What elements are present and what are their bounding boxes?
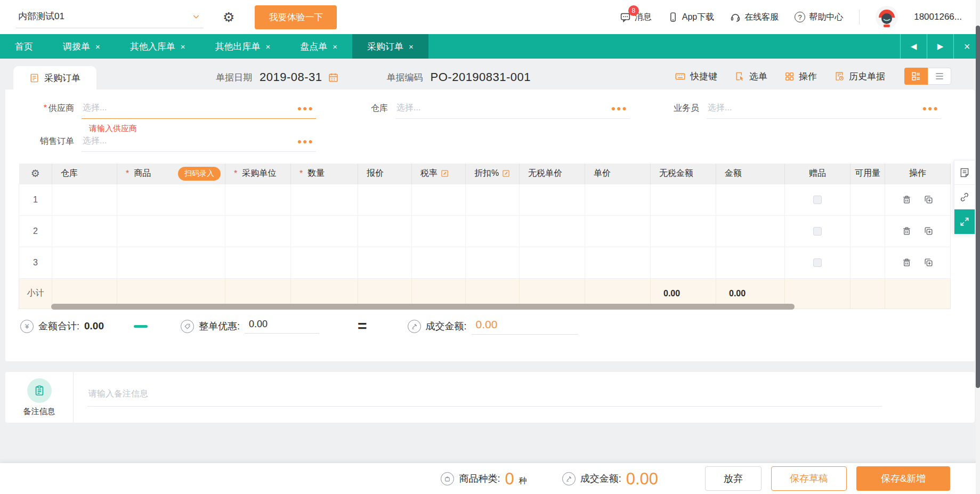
expand-tool-button[interactable]: [954, 209, 975, 234]
cell-product[interactable]: [117, 215, 225, 247]
calendar-icon[interactable]: [328, 72, 339, 83]
supplier-browse-button[interactable]: ●●●: [297, 104, 314, 112]
cell-tax-free-price[interactable]: [520, 247, 585, 278]
online-service-menu[interactable]: 在线客服: [730, 12, 779, 23]
save-draft-button[interactable]: 保存草稿: [771, 466, 847, 491]
tabs-scroll-left-button[interactable]: ◀: [900, 34, 927, 59]
note-tool-button[interactable]: [954, 160, 975, 185]
cell-quantity[interactable]: [291, 247, 358, 278]
copy-row-icon[interactable]: [924, 195, 934, 205]
link-tool-button[interactable]: [954, 185, 975, 209]
cell-unit-price[interactable]: [585, 247, 651, 278]
trial-button[interactable]: 我要体验一下: [255, 5, 337, 29]
cell-discount[interactable]: [466, 247, 520, 278]
tab-close-icon[interactable]: ×: [266, 42, 271, 51]
company-select[interactable]: 内部测试01: [16, 6, 204, 28]
cell-unit[interactable]: [225, 184, 291, 215]
cell-tax-rate[interactable]: [412, 247, 466, 278]
purchase-order-doc-tab[interactable]: 采购订单: [13, 66, 96, 90]
sales-order-select[interactable]: 选择... ●●●: [82, 135, 316, 152]
headset-icon: [730, 12, 741, 22]
cell-quantity[interactable]: [291, 184, 358, 215]
edit-icon[interactable]: [441, 169, 449, 177]
cell-amount[interactable]: [716, 184, 785, 215]
help-center-menu[interactable]: ? 帮助中心: [795, 12, 843, 23]
cell-unit-price[interactable]: [585, 215, 651, 247]
cell-tax-free-amount[interactable]: [651, 247, 716, 278]
deal-amount-input[interactable]: 0.00: [472, 318, 578, 335]
cell-product[interactable]: [117, 247, 225, 278]
cell-unit[interactable]: [225, 247, 291, 278]
tab-other-inbound[interactable]: 其他入库单 ×: [115, 34, 200, 59]
cell-amount[interactable]: [716, 247, 785, 278]
shortcut-keys-button[interactable]: 快捷键: [675, 70, 717, 83]
warehouse-select[interactable]: 选择... ●●●: [395, 102, 630, 119]
detail-view-toggle[interactable]: [904, 68, 928, 85]
avatar[interactable]: [876, 6, 898, 28]
simple-view-toggle[interactable]: [928, 68, 951, 85]
copy-row-icon[interactable]: [924, 226, 934, 236]
cell-discount[interactable]: [466, 184, 520, 215]
cell-tax-free-amount[interactable]: [651, 184, 716, 215]
settings-gear-icon[interactable]: ⚙: [223, 11, 234, 24]
cell-warehouse[interactable]: [52, 247, 117, 278]
gift-checkbox[interactable]: [813, 196, 822, 204]
cell-unit[interactable]: [225, 215, 291, 247]
cell-warehouse[interactable]: [52, 184, 117, 215]
scan-entry-button[interactable]: 扫码录入: [178, 167, 221, 181]
history-button[interactable]: 历史单据: [834, 70, 885, 83]
cell-discount[interactable]: [466, 215, 520, 247]
vertical-scrollbar-thumb[interactable]: [976, 26, 980, 388]
vertical-scrollbar-track[interactable]: [976, 0, 980, 494]
cell-product[interactable]: [117, 184, 225, 215]
cell-tax-rate[interactable]: [412, 215, 466, 247]
delete-row-icon[interactable]: [902, 226, 912, 236]
gift-checkbox[interactable]: [813, 258, 822, 267]
cell-tax-rate[interactable]: [412, 184, 466, 215]
save-and-new-button[interactable]: 保存&新增: [856, 466, 950, 491]
discount-input[interactable]: 0.00: [245, 319, 319, 334]
copy-row-icon[interactable]: [924, 257, 934, 268]
tab-purchase-order[interactable]: 采购订单 ×: [352, 34, 428, 59]
cell-tax-free-amount[interactable]: [651, 215, 716, 247]
cell-unit-price[interactable]: [585, 184, 651, 215]
gift-checkbox[interactable]: [813, 227, 822, 236]
col-tax-free-price: 无税单价: [520, 164, 585, 184]
remarks-input[interactable]: 请输入备注信息: [87, 388, 882, 407]
warehouse-browse-button[interactable]: ●●●: [611, 104, 628, 112]
tab-close-icon[interactable]: ×: [333, 42, 337, 51]
delete-row-icon[interactable]: [902, 257, 912, 268]
cell-quote[interactable]: [358, 247, 412, 278]
cell-quote[interactable]: [358, 184, 412, 215]
horizontal-scrollbar-thumb[interactable]: [51, 304, 795, 310]
messages-menu[interactable]: 消息 8: [620, 12, 652, 23]
cell-quantity[interactable]: [291, 215, 358, 247]
pick-order-button[interactable]: 选单: [734, 70, 767, 83]
tab-stocktake[interactable]: 盘点单 ×: [285, 34, 352, 59]
delete-row-icon[interactable]: [902, 195, 912, 205]
sales-order-browse-button[interactable]: ●●●: [297, 137, 314, 145]
tab-close-icon[interactable]: ×: [409, 42, 414, 51]
tab-other-outbound[interactable]: 其他出库单 ×: [200, 34, 286, 59]
supplier-select[interactable]: 选择... ●●●: [82, 102, 316, 119]
cell-tax-free-price[interactable]: [520, 215, 585, 247]
column-settings-icon[interactable]: ⚙: [31, 168, 40, 179]
salesman-browse-button[interactable]: ●●●: [922, 104, 939, 112]
cancel-button[interactable]: 放弃: [705, 466, 762, 491]
operations-button[interactable]: 操作: [784, 70, 817, 83]
cell-warehouse[interactable]: [52, 215, 117, 247]
cell-amount[interactable]: [716, 215, 785, 247]
date-value[interactable]: 2019-08-31: [260, 70, 322, 84]
tab-home[interactable]: 首页: [0, 34, 48, 59]
topbar-right: 消息 8 App下载 在线客服 ? 帮助中心: [620, 6, 964, 28]
salesman-select[interactable]: 选择... ●●●: [707, 102, 941, 119]
tabs-scroll-right-button[interactable]: ▶: [927, 34, 953, 59]
edit-icon[interactable]: [502, 169, 510, 177]
deal-amount-value: 0.00: [626, 471, 658, 487]
cell-tax-free-price[interactable]: [520, 184, 585, 215]
cell-quote[interactable]: [358, 215, 412, 247]
tab-close-icon[interactable]: ×: [181, 42, 185, 51]
app-download-menu[interactable]: App下载: [668, 12, 714, 23]
tab-close-icon[interactable]: ×: [95, 42, 100, 51]
tab-transfer-order[interactable]: 调拨单 ×: [48, 34, 115, 59]
